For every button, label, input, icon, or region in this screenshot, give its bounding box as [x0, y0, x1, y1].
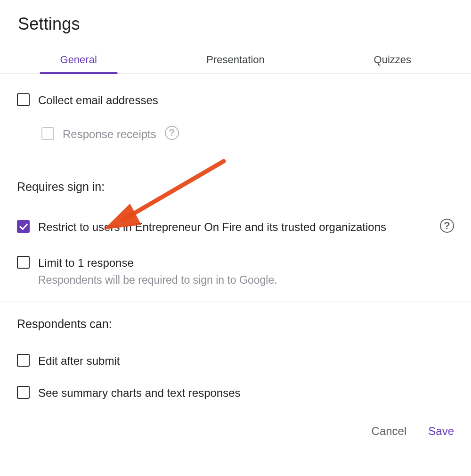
collect-emails-checkbox[interactable] — [17, 93, 30, 106]
tab-quizzes[interactable]: Quizzes — [314, 47, 471, 74]
cancel-button[interactable]: Cancel — [372, 425, 407, 438]
divider — [0, 414, 471, 414]
tabs-bar: General Presentation Quizzes — [0, 47, 471, 74]
edit-after-submit-checkbox[interactable] — [17, 354, 30, 367]
see-summary-label: See summary charts and text responses — [38, 386, 241, 401]
help-icon: ? — [165, 126, 179, 140]
edit-after-submit-label: Edit after submit — [38, 353, 120, 369]
divider — [0, 302, 471, 302]
response-receipts-row: Response receipts ? — [41, 127, 454, 142]
response-receipts-checkbox — [41, 127, 54, 140]
collect-emails-row: Collect email addresses — [17, 93, 454, 108]
collect-emails-label: Collect email addresses — [38, 93, 158, 108]
dialog-actions: Cancel Save — [0, 425, 471, 447]
save-button[interactable]: Save — [428, 425, 454, 438]
requires-signin-heading: Requires sign in: — [17, 180, 454, 194]
respondents-heading: Respondents can: — [17, 317, 454, 331]
restrict-label: Restrict to users in Entrepreneur On Fir… — [38, 220, 431, 235]
limit-checkbox[interactable] — [17, 256, 30, 269]
limit-label: Limit to 1 response — [38, 255, 277, 271]
tab-general[interactable]: General — [0, 47, 157, 74]
limit-row: Limit to 1 response Respondents will be … — [17, 255, 454, 286]
restrict-row: Restrict to users in Entrepreneur On Fir… — [17, 220, 454, 235]
edit-after-submit-row: Edit after submit — [17, 353, 454, 369]
see-summary-row: See summary charts and text responses — [17, 386, 454, 401]
restrict-checkbox[interactable] — [17, 220, 30, 233]
page-title: Settings — [18, 14, 471, 34]
response-receipts-label: Response receipts — [63, 127, 156, 142]
see-summary-checkbox[interactable] — [17, 386, 30, 399]
help-icon[interactable]: ? — [440, 219, 454, 233]
limit-sublabel: Respondents will be required to sign in … — [38, 274, 277, 287]
tab-presentation[interactable]: Presentation — [157, 47, 314, 74]
